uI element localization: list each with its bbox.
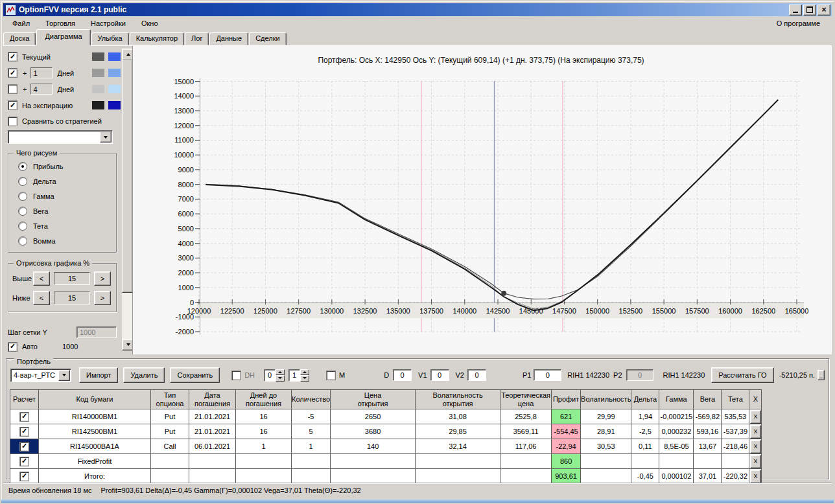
range-decrease-button[interactable]: < — [33, 271, 50, 286]
tab-Лог[interactable]: Лог — [185, 32, 209, 45]
data-cell — [581, 454, 631, 469]
range-value-0[interactable]: 15 — [54, 272, 90, 285]
tab-Данные[interactable]: Данные — [209, 32, 248, 45]
layer-checkbox-3[interactable] — [8, 100, 18, 110]
row-calc-checkbox[interactable] — [19, 472, 29, 481]
layer-days-input-2[interactable]: 4 — [30, 84, 53, 95]
v1-input[interactable]: 0 — [430, 369, 449, 381]
p2-input[interactable]: 0 — [626, 369, 654, 381]
radio-Тета[interactable] — [18, 222, 27, 231]
radio-Вега[interactable] — [18, 207, 27, 216]
profit-chart[interactable]: 1200001225001250001275001300001325001350… — [133, 46, 835, 355]
tab-Диаграмма[interactable]: Диаграмма — [36, 29, 90, 45]
scrollbar-thumb[interactable] — [122, 60, 133, 293]
delete-button[interactable]: Удалить — [123, 367, 165, 383]
save-button[interactable]: Сохранить — [170, 367, 220, 383]
strategy-select-arrow[interactable] — [100, 132, 112, 143]
minimize-button[interactable] — [789, 5, 802, 16]
draw-option-Вега[interactable]: Вега — [12, 203, 112, 218]
calc-cell[interactable] — [10, 439, 39, 454]
range-value-1[interactable]: 15 — [54, 292, 90, 304]
dh-spinner-1[interactable]: 0 — [264, 369, 285, 382]
radio-Вомма[interactable] — [18, 236, 27, 246]
draw-option-Тета[interactable]: Тета — [12, 218, 112, 233]
dh-checkbox[interactable] — [231, 371, 241, 380]
tab-Доска[interactable]: Доска — [3, 32, 36, 45]
data-cell: Call — [151, 439, 189, 454]
profit-cell: -554,45 — [552, 424, 581, 439]
v2-input[interactable]: 0 — [467, 369, 486, 381]
dh-spinner-2[interactable]: 1 — [288, 369, 309, 382]
tab-Сделки[interactable]: Сделки — [249, 32, 287, 45]
close-button[interactable]: × — [817, 5, 830, 16]
row-close-button[interactable]: X — [750, 440, 761, 453]
x-tick-label: 155000 — [652, 307, 676, 315]
range-increase-button[interactable]: > — [94, 271, 111, 286]
layer-checkbox-1[interactable] — [8, 68, 18, 78]
compare-strategy-checkbox[interactable] — [8, 117, 18, 126]
layer-checkbox-0[interactable] — [8, 52, 18, 62]
strategy-select[interactable] — [8, 130, 113, 144]
draw-option-Дельта[interactable]: Дельта — [12, 174, 112, 189]
dh-spinner-2-value[interactable]: 1 — [288, 369, 300, 382]
import-button[interactable]: Импорт — [79, 367, 118, 383]
column-header-1: Код бумаги — [39, 390, 151, 409]
calc-cell[interactable] — [10, 469, 39, 484]
spin-down-button[interactable] — [300, 375, 309, 382]
row-calc-checkbox[interactable] — [19, 442, 29, 452]
calc-margin-button[interactable]: Рассчитать ГО — [711, 367, 773, 383]
spin-up-button[interactable] — [276, 369, 285, 376]
spin-down-button[interactable] — [276, 375, 285, 382]
draw-option-Прибыль[interactable]: Прибыль — [12, 159, 112, 174]
portfolio-preset-value: 4-вар-т_РТС — [11, 371, 58, 379]
grid-step-y-input[interactable]: 1000 — [76, 326, 117, 338]
calc-cell[interactable] — [10, 454, 39, 469]
menu-item-about[interactable]: О программе — [777, 19, 832, 27]
radio-Прибыль[interactable] — [18, 162, 27, 171]
auto-grid-checkbox[interactable] — [8, 342, 18, 352]
calc-cell[interactable] — [10, 409, 39, 424]
draw-option-Вомма[interactable]: Вомма — [12, 233, 112, 248]
menu-item-Окно[interactable]: Окно — [135, 17, 165, 29]
p1-input[interactable]: 0 — [534, 369, 561, 381]
radio-Дельта[interactable] — [18, 177, 27, 186]
portfolio-preset-arrow[interactable] — [58, 370, 70, 381]
chart-panel: 1200001225001250001275001300001325001350… — [132, 46, 832, 355]
row-close-button[interactable]: X — [750, 410, 761, 424]
spin-up-button[interactable] — [300, 369, 309, 376]
tab-Улыбка[interactable]: Улыбка — [91, 32, 129, 45]
layer-checkbox-2[interactable] — [8, 84, 18, 94]
radio-Гамма[interactable] — [18, 192, 27, 201]
dh-spinner-1-value[interactable]: 0 — [264, 369, 276, 382]
menu-item-Файл[interactable]: Файл — [6, 17, 36, 29]
range-increase-button[interactable]: > — [94, 291, 111, 305]
row-calc-checkbox[interactable] — [19, 412, 29, 422]
column-header-5: Количество — [292, 390, 331, 409]
range-decrease-button[interactable]: < — [33, 291, 50, 305]
row-calc-checkbox[interactable] — [19, 457, 29, 466]
chevron-down-icon — [104, 136, 108, 139]
draw-what-group: Чего рисуем ПрибыльДельтаГаммаВегаТетаВо… — [8, 153, 117, 253]
layer-days-input-1[interactable]: 1 — [30, 67, 53, 78]
data-cell: 31,08 — [416, 409, 500, 424]
row-close-button[interactable]: X — [750, 470, 761, 483]
portfolio-preset-select[interactable]: 4-вар-т_РТС — [10, 369, 71, 382]
menu-item-Настройки[interactable]: Настройки — [84, 17, 132, 29]
row-close-button[interactable]: X — [750, 455, 761, 468]
data-cell: -537,39 — [722, 424, 749, 439]
tab-Калькулятор[interactable]: Калькулятор — [130, 32, 184, 45]
maximize-button[interactable] — [803, 5, 816, 16]
m-checkbox[interactable] — [326, 371, 336, 380]
y-tick-label: 7000 — [178, 195, 194, 203]
draw-option-Гамма[interactable]: Гамма — [12, 189, 112, 203]
row-calc-checkbox[interactable] — [19, 427, 29, 437]
menu-item-Торговля[interactable]: Торговля — [39, 17, 82, 29]
d-input[interactable]: 0 — [393, 369, 412, 381]
calc-cell[interactable] — [10, 424, 39, 439]
data-cell: -569,82 — [694, 409, 722, 424]
auto-grid-label: Авто — [22, 343, 38, 350]
collapse-button[interactable]: _ — [817, 370, 825, 380]
row-close-button[interactable]: X — [750, 425, 761, 439]
y-tick-label: -2000 — [176, 328, 194, 336]
sidebar-scrollbar[interactable] — [122, 49, 133, 350]
